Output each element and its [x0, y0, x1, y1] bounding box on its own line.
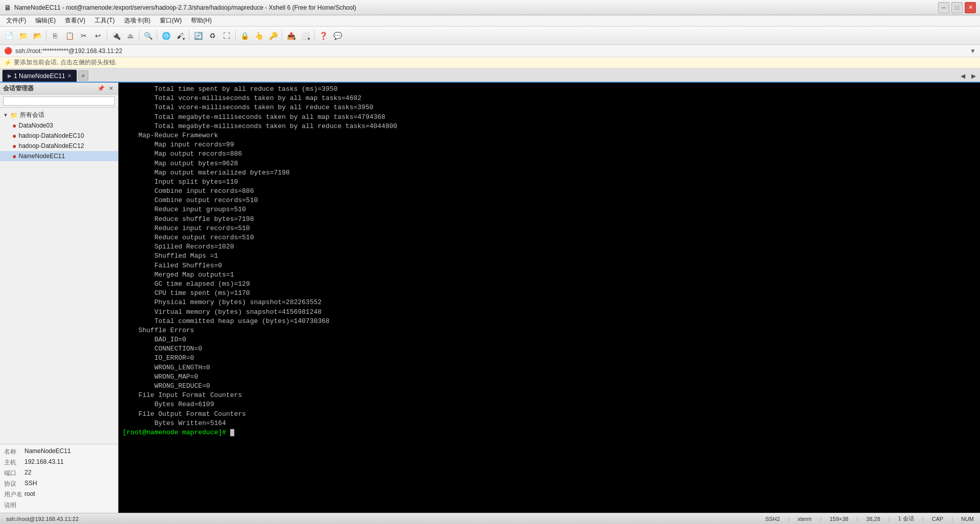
tree-group-header[interactable]: ▼ 📁 所有会话 — [0, 110, 118, 120]
globe-button[interactable]: 🌐 — [159, 29, 173, 42]
info-row-host: 主机 192.168.43.11 — [0, 457, 118, 468]
new-folder-button[interactable]: 📁 — [16, 29, 30, 42]
info-label-desc: 说明 — [4, 501, 24, 510]
open-button[interactable]: 📂 — [31, 29, 44, 42]
info-label-user: 用户名 — [4, 490, 24, 499]
info-value-port: 22 — [24, 469, 31, 478]
status-terminal-size: 159×38 — [827, 516, 850, 522]
menu-tab[interactable]: 选项卡(B) — [120, 15, 155, 26]
sidebar-search-input[interactable] — [3, 96, 115, 106]
tab-nav-right-button[interactable]: ▶ — [969, 71, 978, 81]
titlebar-controls: ─ □ ✕ — [938, 2, 976, 13]
cut-button[interactable]: ✂ — [77, 29, 90, 42]
info-label-protocol: 协议 — [4, 480, 24, 488]
refresh-button[interactable]: ♻ — [206, 29, 219, 42]
sidebar-item-hadoopdata12[interactable]: ● hadoop-DataNodeEC12 — [0, 141, 118, 151]
brush-button[interactable]: 🖌 ▼ — [174, 29, 187, 42]
toolbar-sep-1 — [46, 30, 46, 41]
session-dot-icon-4: ● — [12, 152, 16, 160]
connect-button[interactable]: 🔌 ▼ — [109, 29, 122, 42]
search-button[interactable]: 🔍 — [141, 29, 155, 42]
toolbar-sep-2 — [107, 30, 107, 41]
add-tab-button[interactable]: + — [78, 70, 88, 81]
terminal-window[interactable]: Total time spent by all reduce tasks (ms… — [118, 83, 980, 513]
status-num-indicator: NUM — [959, 516, 976, 522]
fingerprint-button[interactable]: 👆 — [252, 29, 265, 42]
sidebar-title: 会话管理器 — [3, 84, 34, 93]
info-label-name: 名称 — [4, 447, 24, 456]
share-button[interactable]: 📤 ▼ — [284, 29, 298, 42]
info-value-protocol: SSH — [24, 480, 37, 488]
sidebar-close-button[interactable]: ✕ — [107, 85, 115, 92]
comment-button[interactable]: 💬 — [331, 29, 344, 42]
menu-window[interactable]: 窗口(W) — [156, 15, 186, 26]
hintbar: ⚡ 要添加当前会话, 点击左侧的箭头按钮. — [0, 57, 980, 68]
lock-button[interactable]: 🔒 — [238, 29, 251, 42]
menu-view[interactable]: 查看(V) — [61, 15, 89, 26]
status-ssh-version: SSH2 — [763, 516, 782, 522]
receive-dropdown-icon: ▼ — [307, 37, 311, 41]
close-button[interactable]: ✕ — [965, 2, 976, 13]
menu-tools[interactable]: 工具(T) — [90, 15, 118, 26]
menubar: 文件(F) 编辑(E) 查看(V) 工具(T) 选项卡(B) 窗口(W) 帮助(… — [0, 15, 980, 27]
session-dot-icon-2: ● — [12, 132, 16, 140]
info-value-name: NameNodeEC11 — [24, 447, 71, 456]
info-row-name: 名称 NameNodeEC11 — [0, 446, 118, 457]
sidebar-header: 会话管理器 📌 ✕ — [0, 83, 118, 95]
help-button[interactable]: ❓ — [316, 29, 330, 42]
status-sep-5: | — [922, 516, 924, 522]
sidebar-item-label-datanode03: DataNode03 — [18, 122, 53, 129]
menu-file[interactable]: 文件(F) — [2, 15, 30, 26]
tab-nav-left-button[interactable]: ◀ — [959, 71, 967, 81]
sidebar-item-label-namenodeec11: NameNodeEC11 — [18, 153, 65, 160]
sidebar: 会话管理器 📌 ✕ ▼ 📁 所有会话 ● DataNode03 — [0, 83, 118, 513]
session-dot-icon-3: ● — [12, 142, 16, 150]
hint-icon: ⚡ — [4, 59, 12, 66]
new-file-button[interactable]: 📄 — [2, 29, 15, 42]
toolbar-sep-3 — [139, 30, 139, 41]
sidebar-item-namenodeec11[interactable]: ● NameNodeEC11 — [0, 151, 118, 161]
folder-icon: 📁 — [10, 112, 18, 119]
sidebar-tree: ▼ 📁 所有会话 ● DataNode03 ● hadoop-DataNodeE… — [0, 108, 118, 444]
copy-button[interactable]: ⎘ — [48, 29, 62, 42]
key-button[interactable]: 🔑 — [266, 29, 280, 42]
undo-button[interactable]: ↩ — [91, 29, 105, 42]
menu-help[interactable]: 帮助(H) — [187, 15, 216, 26]
paste-button[interactable]: 📋 — [63, 29, 76, 42]
expand-button[interactable]: ⛶ — [220, 29, 233, 42]
main-content: 会话管理器 📌 ✕ ▼ 📁 所有会话 ● DataNode03 — [0, 83, 980, 513]
tabbar: ▶ 1 NameNodeEC11 ✕ + ◀ ▶ — [0, 68, 980, 83]
sidebar-item-hadoopdata10[interactable]: ● hadoop-DataNodeEC10 — [0, 131, 118, 141]
info-row-protocol: 协议 SSH — [0, 479, 118, 489]
toolbar-sep-6 — [235, 30, 236, 41]
tab-close-button[interactable]: ✕ — [67, 73, 71, 79]
tree-group-label: 所有会话 — [20, 111, 44, 119]
sidebar-pin-button[interactable]: 📌 — [96, 85, 106, 92]
toolbar-sep-5 — [189, 30, 189, 41]
sidebar-info-panel: 名称 NameNodeEC11 主机 192.168.43.11 端口 22 协… — [0, 444, 118, 513]
addressbar: 🔴 ssh://root:***********@192.168.43.11:2… — [0, 45, 980, 57]
share-dropdown-icon: ▼ — [292, 37, 297, 41]
receive-button[interactable]: ⬜ ▼ — [299, 29, 312, 42]
minimize-button[interactable]: ─ — [938, 2, 949, 13]
disconnect-button[interactable]: ⏏ — [124, 29, 137, 42]
toolbar-sep-7 — [282, 30, 282, 41]
sidebar-item-label-hadoopdata10: hadoop-DataNodeEC10 — [18, 132, 84, 139]
info-value-user: root — [24, 490, 35, 499]
addressbar-dropdown-icon[interactable]: ▼ — [970, 47, 976, 55]
sidebar-item-datanode03[interactable]: ● DataNode03 — [0, 120, 118, 131]
tree-group-all-sessions: ▼ 📁 所有会话 ● DataNode03 ● hadoop-DataNodeE… — [0, 110, 118, 161]
menu-edit[interactable]: 编辑(E) — [31, 15, 60, 26]
reload-button[interactable]: 🔄 — [191, 29, 205, 42]
info-row-desc: 说明 — [0, 500, 118, 511]
info-row-port: 端口 22 — [0, 468, 118, 479]
tab-namenodeec11[interactable]: ▶ 1 NameNodeEC11 ✕ — [2, 69, 77, 82]
status-cap-indicator: CAP — [929, 516, 945, 522]
brush-dropdown-icon: ▼ — [182, 37, 186, 41]
maximize-button[interactable]: □ — [951, 2, 963, 13]
sidebar-search-bar — [0, 95, 118, 108]
status-sep-2: | — [820, 516, 821, 522]
tab-label: 1 NameNodeEC11 — [14, 72, 65, 80]
toolbar: 📄 📁 📂 ⎘ 📋 ✂ ↩ 🔌 ▼ ⏏ 🔍 🌐 🖌 ▼ 🔄 ♻ ⛶ 🔒 👆 🔑 … — [0, 27, 980, 45]
titlebar-title: NameNodeEC11 - root@namenode:/export/ser… — [14, 4, 356, 11]
